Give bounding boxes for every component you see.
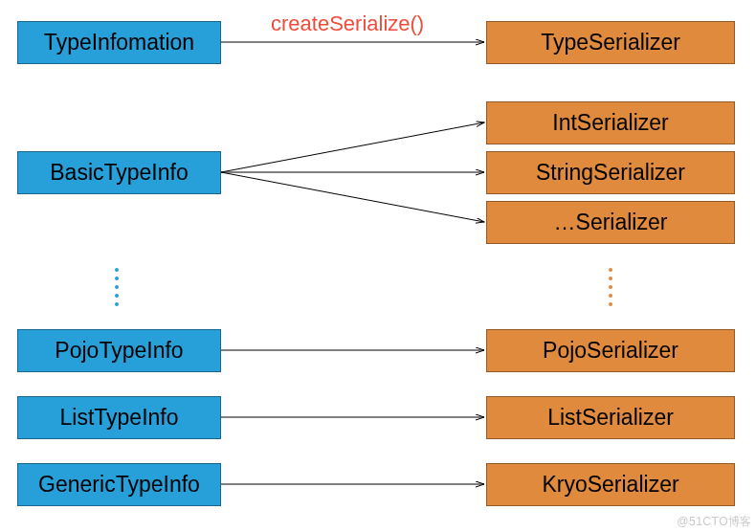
- edge-basic-int: [221, 122, 484, 172]
- node-etc-serializer: …Serializer: [486, 201, 735, 244]
- node-string-serializer: StringSerializer: [486, 151, 735, 194]
- node-list-serializer: ListSerializer: [486, 396, 735, 439]
- edge-label-create-serialize: createSerialize(): [271, 11, 424, 36]
- node-basic-type-info: BasicTypeInfo: [17, 151, 221, 194]
- node-pojo-serializer: PojoSerializer: [486, 329, 735, 372]
- node-list-type-info: ListTypeInfo: [17, 396, 221, 439]
- node-type-serializer: TypeSerializer: [486, 21, 735, 64]
- arrows-layer: [0, 0, 756, 532]
- node-type-infomation: TypeInfomation: [17, 21, 221, 64]
- edge-basic-etc: [221, 172, 484, 222]
- ellipsis-left-icon: [115, 268, 119, 306]
- node-pojo-type-info: PojoTypeInfo: [17, 329, 221, 372]
- node-int-serializer: IntSerializer: [486, 101, 735, 144]
- node-generic-type-info: GenericTypeInfo: [17, 463, 221, 506]
- node-kryo-serializer: KryoSerializer: [486, 463, 735, 506]
- ellipsis-right-icon: [609, 268, 612, 306]
- watermark-text: @51CTO博客: [677, 514, 752, 530]
